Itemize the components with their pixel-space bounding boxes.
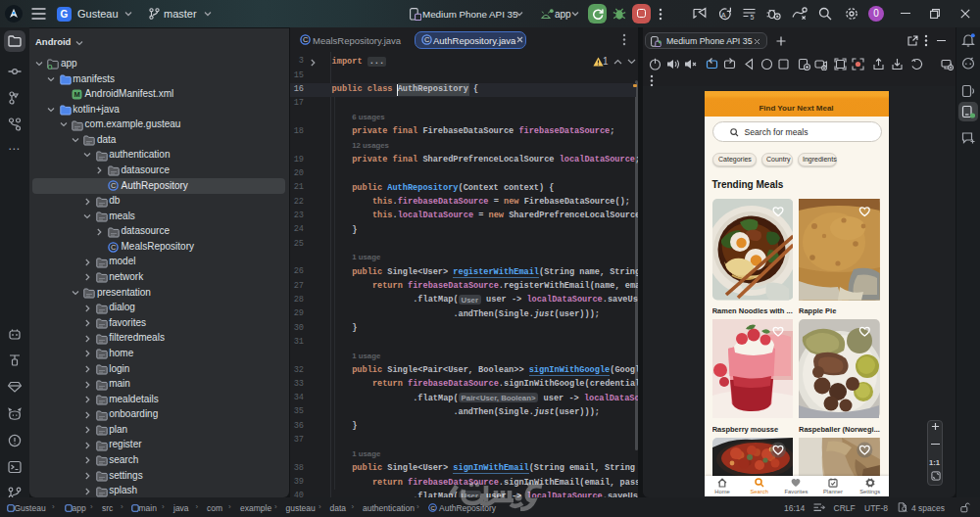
svg-text:C: C	[303, 35, 309, 44]
svg-text:C: C	[111, 182, 117, 191]
svg-text:M: M	[74, 90, 80, 99]
svg-text:A: A	[721, 11, 726, 20]
svg-text:C: C	[424, 35, 430, 44]
svg-text:5: 5	[751, 14, 755, 21]
svg-text:C: C	[111, 243, 117, 252]
